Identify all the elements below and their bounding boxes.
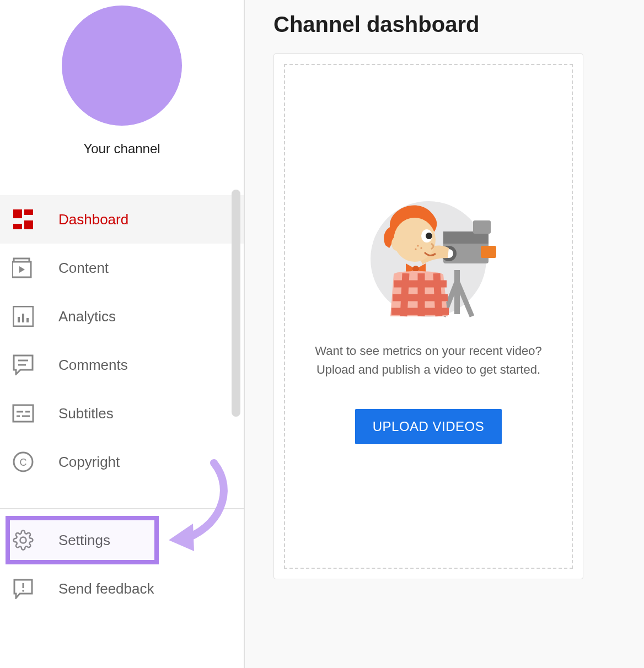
- sidebar-item-dashboard[interactable]: Dashboard: [0, 195, 244, 244]
- sidebar-item-copyright[interactable]: C Copyright: [0, 438, 244, 486]
- analytics-icon: [11, 306, 35, 327]
- comments-icon: [11, 354, 35, 375]
- feedback-icon: [11, 578, 35, 599]
- sidebar-item-comments[interactable]: Comments: [0, 341, 244, 389]
- sidebar-item-label: Content: [58, 260, 109, 277]
- svg-point-32: [426, 233, 432, 239]
- svg-text:C: C: [20, 457, 27, 468]
- svg-point-35: [415, 248, 416, 250]
- sidebar: Your channel Dashboard: [0, 0, 245, 668]
- sidebar-bottom-nav: Settings Send feedback: [0, 509, 244, 613]
- sidebar-scrollbar[interactable]: [232, 190, 240, 417]
- svg-rect-6: [26, 318, 29, 322]
- svg-line-40: [404, 273, 406, 316]
- sidebar-item-subtitles[interactable]: Subtitles: [0, 389, 244, 438]
- svg-rect-26: [481, 246, 496, 258]
- svg-point-17: [22, 590, 24, 592]
- sidebar-nav: Dashboard Content: [0, 195, 244, 486]
- page-title: Channel dashboard: [273, 0, 615, 53]
- svg-rect-4: [18, 317, 20, 322]
- upload-card-dropzone[interactable]: Want to see metrics on your recent video…: [284, 64, 573, 569]
- upload-prompt-line2: Upload and publish a video to get starte…: [316, 363, 540, 376]
- sidebar-item-label: Send feedback: [58, 580, 154, 597]
- sidebar-item-content[interactable]: Content: [0, 244, 244, 292]
- sidebar-item-label: Copyright: [58, 454, 120, 471]
- sidebar-item-label: Comments: [58, 357, 128, 374]
- svg-point-33: [417, 245, 418, 246]
- sidebar-item-analytics[interactable]: Analytics: [0, 292, 244, 341]
- svg-rect-25: [473, 220, 491, 234]
- settings-icon: [11, 530, 35, 551]
- upload-illustration: [361, 193, 496, 320]
- svg-rect-5: [22, 314, 24, 322]
- sidebar-item-label: Analytics: [58, 308, 116, 325]
- sidebar-header: Your channel: [0, 0, 244, 195]
- sidebar-item-label: Dashboard: [58, 211, 128, 228]
- upload-card: Want to see metrics on your recent video…: [273, 53, 583, 579]
- copyright-icon: C: [11, 451, 35, 472]
- upload-prompt: Want to see metrics on your recent video…: [315, 342, 541, 379]
- main-content: Channel dashboard: [245, 0, 644, 668]
- svg-rect-9: [13, 405, 33, 422]
- sidebar-item-feedback[interactable]: Send feedback: [0, 564, 244, 613]
- upload-videos-button[interactable]: UPLOAD VIDEOS: [355, 409, 502, 444]
- upload-prompt-line1: Want to see metrics on your recent video…: [315, 344, 541, 358]
- sidebar-item-label: Subtitles: [58, 405, 114, 422]
- sidebar-item-label: Settings: [58, 532, 110, 549]
- sidebar-item-settings[interactable]: Settings: [0, 516, 244, 564]
- svg-point-30: [391, 236, 402, 251]
- content-icon: [11, 257, 35, 279]
- channel-avatar[interactable]: [62, 6, 182, 126]
- channel-label: Your channel: [83, 141, 160, 157]
- subtitles-icon: [11, 404, 35, 423]
- svg-point-34: [420, 247, 422, 249]
- dashboard-icon: [11, 209, 35, 229]
- svg-line-42: [437, 273, 439, 316]
